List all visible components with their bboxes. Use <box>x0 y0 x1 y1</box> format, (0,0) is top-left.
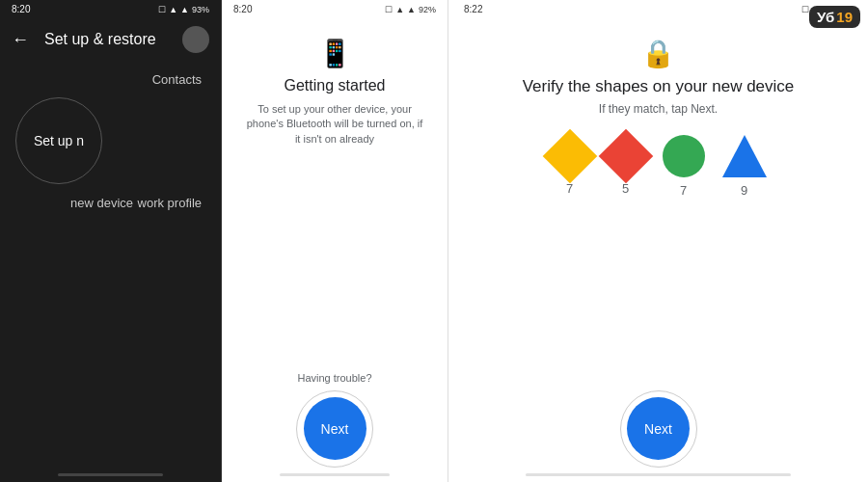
phone1-content: Contacts Set up n new device work profil… <box>0 61 221 473</box>
shapes-row: 7 5 7 9 <box>551 135 767 198</box>
notification-icon3: ☐ <box>801 5 809 14</box>
phone1-home-indicator <box>58 473 163 476</box>
notification-icon: ☐ <box>158 5 166 14</box>
phone1-toolbar: ← Set up & restore <box>0 18 221 61</box>
verify-title: Verify the shapes on your new device <box>523 77 795 96</box>
phone1-screen: 8:20 ☐ ▲ ▲ 93% ← Set up & restore Contac… <box>0 0 222 482</box>
phone2-status-icons: ☐ ▲ ▲ 92% <box>385 5 436 14</box>
phone3-bottom-actions: Next <box>448 388 868 473</box>
shape-item-4: 9 <box>722 135 767 198</box>
getting-started-title: Getting started <box>285 77 386 94</box>
phone3-screen: 8:22 ☐ ▲ ▲ 92% 🔒 Verify the shapes on yo… <box>448 0 868 482</box>
battery-icon2: 92% <box>419 5 436 14</box>
blue-triangle <box>722 135 767 177</box>
phone2-bottom-actions: Next <box>222 388 448 473</box>
phone3-home-indicator <box>526 473 791 476</box>
next-button-3[interactable]: Next <box>627 397 690 460</box>
signal-icon2: ▲ <box>407 5 416 14</box>
phone1-status-icons: ☐ ▲ ▲ 93% <box>158 5 209 14</box>
avatar[interactable] <box>182 26 209 53</box>
phone3-status-bar: 8:22 ☐ ▲ ▲ 92% <box>448 0 868 18</box>
circle-label: Set up n <box>34 133 84 148</box>
shape-number-4: 9 <box>741 183 747 198</box>
wifi-icon2: ▲ <box>395 5 404 14</box>
watermark-text-right: 19 <box>836 9 853 25</box>
menu-contacts[interactable]: Contacts <box>152 67 202 93</box>
watermark-text-left: Уб <box>817 9 834 25</box>
next-button-wrapper: Next <box>304 397 366 460</box>
phone1-status-bar: 8:20 ☐ ▲ ▲ 93% <box>0 0 221 18</box>
watermark: Уб 19 <box>809 6 860 28</box>
phone2-home-indicator <box>280 473 390 476</box>
phone3-content: 🔒 Verify the shapes on your new device I… <box>448 18 868 388</box>
phone2-time: 8:20 <box>233 4 252 14</box>
shape-number-3: 7 <box>680 183 687 198</box>
toolbar-title: Set up & restore <box>44 31 182 48</box>
signal-icon: ▲ <box>180 5 189 14</box>
next-button-wrapper-3: Next <box>627 397 690 460</box>
battery-icon: 93% <box>192 5 209 14</box>
shape-item-1: 7 <box>551 137 589 196</box>
phone3-time: 8:22 <box>464 4 482 14</box>
having-trouble-text[interactable]: Having trouble? <box>222 372 448 388</box>
red-diamond <box>598 129 653 184</box>
phone1-time: 8:20 <box>12 4 30 14</box>
menu-new-device[interactable]: new device <box>70 190 133 216</box>
next-button[interactable]: Next <box>304 397 366 460</box>
setup-circle-button[interactable]: Set up n <box>15 97 102 184</box>
getting-started-description: To set up your other device, your phone'… <box>243 102 426 147</box>
shape-item-2: 5 <box>607 137 645 196</box>
phone2-status-bar: 8:20 ☐ ▲ ▲ 92% <box>222 0 448 18</box>
notification-icon2: ☐ <box>385 5 393 14</box>
yellow-diamond <box>542 129 597 184</box>
menu-work-profile[interactable]: work profile <box>138 190 202 216</box>
lock-icon: 🔒 <box>641 38 675 69</box>
back-button[interactable]: ← <box>12 30 29 50</box>
smartphone-icon: 📱 <box>318 38 352 69</box>
phone2-content: 📱 Getting started To set up your other d… <box>222 18 448 372</box>
phone2-screen: 8:20 ☐ ▲ ▲ 92% 📱 Getting started To set … <box>222 0 448 482</box>
green-circle <box>663 135 705 177</box>
wifi-icon: ▲ <box>169 5 177 14</box>
verify-description: If they match, tap Next. <box>599 102 718 116</box>
shape-item-3: 7 <box>663 135 705 198</box>
